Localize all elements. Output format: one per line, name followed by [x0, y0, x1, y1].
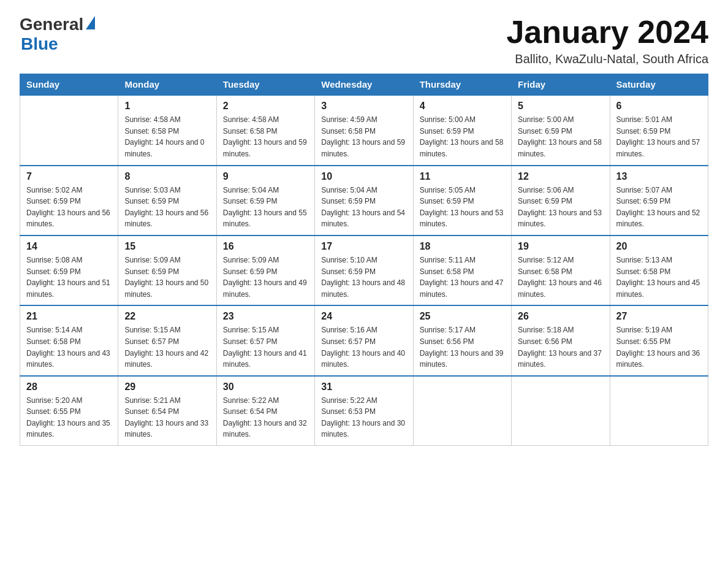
day-cell: 26Sunrise: 5:18 AMSunset: 6:56 PMDayligh… — [512, 305, 610, 375]
day-cell — [610, 376, 708, 446]
day-cell: 21Sunrise: 5:14 AMSunset: 6:58 PMDayligh… — [20, 305, 118, 375]
day-cell — [413, 376, 511, 446]
week-row-2: 7Sunrise: 5:02 AMSunset: 6:59 PMDaylight… — [20, 166, 708, 236]
calendar-header: SundayMondayTuesdayWednesdayThursdayFrid… — [20, 74, 708, 96]
day-info: Sunrise: 5:18 AMSunset: 6:56 PMDaylight:… — [518, 324, 603, 370]
day-info: Sunrise: 5:14 AMSunset: 6:58 PMDaylight:… — [26, 324, 112, 370]
day-number: 10 — [321, 171, 406, 182]
day-info: Sunrise: 5:04 AMSunset: 6:59 PMDaylight:… — [223, 185, 308, 230]
day-info: Sunrise: 5:19 AMSunset: 6:55 PMDaylight:… — [616, 324, 702, 370]
day-info: Sunrise: 5:15 AMSunset: 6:57 PMDaylight:… — [124, 324, 210, 370]
day-info: Sunrise: 5:15 AMSunset: 6:57 PMDaylight:… — [223, 324, 308, 370]
day-info: Sunrise: 5:21 AMSunset: 6:54 PMDaylight:… — [124, 395, 210, 440]
day-cell: 17Sunrise: 5:10 AMSunset: 6:59 PMDayligh… — [315, 236, 413, 305]
day-number: 12 — [518, 171, 603, 182]
day-number: 22 — [124, 311, 210, 322]
day-number: 18 — [420, 241, 505, 252]
location-title: Ballito, KwaZulu-Natal, South Africa — [506, 52, 708, 66]
day-number: 14 — [26, 241, 112, 252]
header-cell-tuesday: Tuesday — [216, 74, 314, 96]
day-cell: 8Sunrise: 5:03 AMSunset: 6:59 PMDaylight… — [118, 166, 216, 236]
day-cell: 4Sunrise: 5:00 AMSunset: 6:59 PMDaylight… — [413, 95, 511, 165]
day-info: Sunrise: 5:01 AMSunset: 6:59 PMDaylight:… — [616, 114, 702, 159]
calendar-body: 1Sunrise: 4:58 AMSunset: 6:58 PMDaylight… — [20, 95, 708, 445]
day-info: Sunrise: 5:17 AMSunset: 6:56 PMDaylight:… — [420, 324, 505, 370]
day-cell: 22Sunrise: 5:15 AMSunset: 6:57 PMDayligh… — [118, 305, 216, 375]
day-info: Sunrise: 5:13 AMSunset: 6:58 PMDaylight:… — [616, 255, 702, 300]
day-number: 9 — [223, 171, 308, 182]
day-cell: 1Sunrise: 4:58 AMSunset: 6:58 PMDaylight… — [118, 95, 216, 165]
day-info: Sunrise: 5:10 AMSunset: 6:59 PMDaylight:… — [321, 255, 406, 300]
week-row-4: 21Sunrise: 5:14 AMSunset: 6:58 PMDayligh… — [20, 305, 708, 375]
day-cell: 9Sunrise: 5:04 AMSunset: 6:59 PMDaylight… — [216, 166, 314, 236]
day-number: 15 — [124, 241, 210, 252]
day-number: 29 — [124, 381, 210, 393]
day-number: 5 — [518, 101, 603, 112]
day-number: 11 — [420, 171, 505, 182]
day-cell: 3Sunrise: 4:59 AMSunset: 6:58 PMDaylight… — [315, 95, 413, 165]
day-cell: 7Sunrise: 5:02 AMSunset: 6:59 PMDaylight… — [20, 166, 118, 236]
day-cell: 23Sunrise: 5:15 AMSunset: 6:57 PMDayligh… — [216, 305, 314, 375]
week-row-3: 14Sunrise: 5:08 AMSunset: 6:59 PMDayligh… — [20, 236, 708, 305]
day-info: Sunrise: 5:00 AMSunset: 6:59 PMDaylight:… — [420, 114, 505, 159]
day-info: Sunrise: 5:07 AMSunset: 6:59 PMDaylight:… — [616, 185, 702, 230]
day-cell: 10Sunrise: 5:04 AMSunset: 6:59 PMDayligh… — [315, 166, 413, 236]
logo-general-text: General — [20, 15, 83, 34]
day-info: Sunrise: 5:05 AMSunset: 6:59 PMDaylight:… — [420, 185, 505, 230]
day-info: Sunrise: 5:06 AMSunset: 6:59 PMDaylight:… — [518, 185, 603, 230]
day-cell: 31Sunrise: 5:22 AMSunset: 6:53 PMDayligh… — [315, 376, 413, 446]
day-number: 27 — [616, 311, 702, 322]
header-cell-saturday: Saturday — [610, 74, 708, 96]
day-number: 16 — [223, 241, 308, 252]
day-cell: 29Sunrise: 5:21 AMSunset: 6:54 PMDayligh… — [118, 376, 216, 446]
day-cell: 6Sunrise: 5:01 AMSunset: 6:59 PMDaylight… — [610, 95, 708, 165]
day-info: Sunrise: 5:20 AMSunset: 6:55 PMDaylight:… — [26, 395, 112, 440]
header-cell-monday: Monday — [118, 74, 216, 96]
day-cell: 30Sunrise: 5:22 AMSunset: 6:54 PMDayligh… — [216, 376, 314, 446]
header-cell-wednesday: Wednesday — [315, 74, 413, 96]
day-info: Sunrise: 5:08 AMSunset: 6:59 PMDaylight:… — [26, 255, 112, 300]
day-cell: 14Sunrise: 5:08 AMSunset: 6:59 PMDayligh… — [20, 236, 118, 305]
day-cell — [20, 95, 118, 165]
day-number: 28 — [26, 381, 112, 393]
day-cell: 25Sunrise: 5:17 AMSunset: 6:56 PMDayligh… — [413, 305, 511, 375]
title-section: January 2024 Ballito, KwaZulu-Natal, Sou… — [506, 15, 708, 66]
day-number: 26 — [518, 311, 603, 322]
day-number: 17 — [321, 241, 406, 252]
day-info: Sunrise: 5:04 AMSunset: 6:59 PMDaylight:… — [321, 185, 406, 230]
week-row-1: 1Sunrise: 4:58 AMSunset: 6:58 PMDaylight… — [20, 95, 708, 165]
day-cell: 19Sunrise: 5:12 AMSunset: 6:58 PMDayligh… — [512, 236, 610, 305]
day-info: Sunrise: 4:59 AMSunset: 6:58 PMDaylight:… — [321, 114, 406, 159]
header-cell-friday: Friday — [512, 74, 610, 96]
day-number: 23 — [223, 311, 308, 322]
day-info: Sunrise: 5:12 AMSunset: 6:58 PMDaylight:… — [518, 255, 603, 300]
day-cell: 18Sunrise: 5:11 AMSunset: 6:58 PMDayligh… — [413, 236, 511, 305]
day-cell: 28Sunrise: 5:20 AMSunset: 6:55 PMDayligh… — [20, 376, 118, 446]
day-number: 30 — [223, 381, 308, 393]
day-number: 25 — [420, 311, 505, 322]
day-cell: 24Sunrise: 5:16 AMSunset: 6:57 PMDayligh… — [315, 305, 413, 375]
week-row-5: 28Sunrise: 5:20 AMSunset: 6:55 PMDayligh… — [20, 376, 708, 446]
day-info: Sunrise: 5:22 AMSunset: 6:54 PMDaylight:… — [223, 395, 308, 440]
day-number: 1 — [124, 101, 210, 112]
day-info: Sunrise: 5:09 AMSunset: 6:59 PMDaylight:… — [124, 255, 210, 300]
day-info: Sunrise: 5:09 AMSunset: 6:59 PMDaylight:… — [223, 255, 308, 300]
header-cell-sunday: Sunday — [20, 74, 118, 96]
day-number: 31 — [321, 381, 406, 393]
page-header: General Blue January 2024 Ballito, KwaZu… — [20, 15, 708, 66]
day-number: 24 — [321, 311, 406, 322]
day-cell: 2Sunrise: 4:58 AMSunset: 6:58 PMDaylight… — [216, 95, 314, 165]
day-cell: 16Sunrise: 5:09 AMSunset: 6:59 PMDayligh… — [216, 236, 314, 305]
logo-blue-text: Blue — [21, 34, 58, 53]
day-info: Sunrise: 5:03 AMSunset: 6:59 PMDaylight:… — [124, 185, 210, 230]
month-title: January 2024 — [506, 15, 708, 50]
day-info: Sunrise: 5:11 AMSunset: 6:58 PMDaylight:… — [420, 255, 505, 300]
day-cell: 13Sunrise: 5:07 AMSunset: 6:59 PMDayligh… — [610, 166, 708, 236]
day-number: 7 — [26, 171, 112, 182]
header-cell-thursday: Thursday — [413, 74, 511, 96]
day-cell: 12Sunrise: 5:06 AMSunset: 6:59 PMDayligh… — [512, 166, 610, 236]
day-info: Sunrise: 4:58 AMSunset: 6:58 PMDaylight:… — [124, 114, 210, 159]
calendar-table: SundayMondayTuesdayWednesdayThursdayFrid… — [20, 74, 708, 446]
header-row: SundayMondayTuesdayWednesdayThursdayFrid… — [20, 74, 708, 96]
logo-triangle-icon — [86, 16, 95, 29]
